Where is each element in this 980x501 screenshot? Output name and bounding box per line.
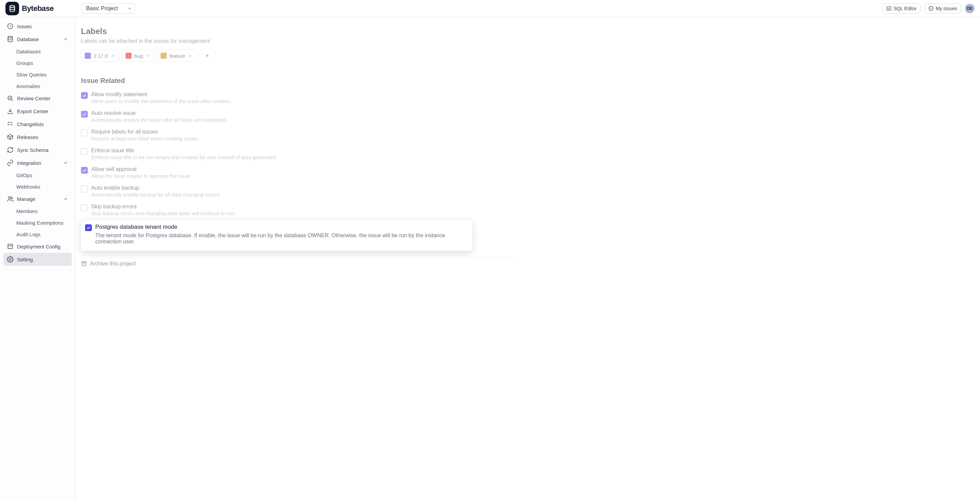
sidebar-item-changelists[interactable]: Changelists	[3, 117, 72, 130]
label-chip[interactable]: 2.17.0	[81, 50, 119, 62]
sidebar-item-label: Integration	[17, 160, 60, 166]
sidebar-item-label: Setting	[17, 257, 68, 262]
add-label-button[interactable]	[199, 50, 215, 62]
users-icon	[7, 195, 14, 202]
sidebar: Issues Database Databases Groups Slow Qu…	[0, 17, 76, 501]
sidebar-item-masking[interactable]: Masking Exemptions	[3, 217, 72, 228]
topbar: Bytebase Basic Project SQL Editor My Iss…	[0, 0, 980, 17]
label-color-dot	[126, 53, 132, 59]
setting-title: Enforce issue title	[91, 147, 277, 154]
sidebar-item-review-center[interactable]: Review Center	[3, 92, 72, 105]
plus-icon	[205, 53, 210, 59]
labels-row: 2.17.0 bug feature	[81, 50, 975, 62]
setting-row-auto-backup: Auto enable backup Automatically enable …	[81, 182, 975, 201]
sidebar-item-label: Manage	[17, 196, 60, 202]
checkbox[interactable]	[81, 204, 88, 211]
sidebar-item-setting[interactable]: Setting	[3, 253, 72, 266]
sidebar-item-database[interactable]: Database	[3, 33, 72, 46]
sidebar-item-audit[interactable]: Audit Logs	[3, 228, 72, 240]
sidebar-item-export-center[interactable]: Export Center	[3, 105, 72, 117]
setting-row-pg-tenant-card: Postgres database tenant mode The tenant…	[81, 220, 472, 251]
chevron-down-icon	[127, 6, 132, 11]
setting-desc: Require at least one label when creating…	[91, 136, 200, 141]
close-icon[interactable]	[146, 53, 150, 58]
divider	[81, 257, 517, 257]
checkbox[interactable]	[81, 130, 88, 136]
sidebar-item-groups[interactable]: Groups	[3, 57, 72, 69]
sidebar-item-label: Sync Schema	[17, 147, 68, 153]
sidebar-item-gitops[interactable]: GitOps	[3, 169, 72, 181]
setting-row-skip-backup: Skip backup errors Skip backup errors an…	[81, 201, 975, 220]
sidebar-item-issues[interactable]: Issues	[3, 20, 72, 33]
label-chip[interactable]: bug	[122, 50, 154, 62]
setting-desc: Enforce issue title to be non-empty and …	[91, 154, 277, 160]
sidebar-item-label: Issues	[17, 24, 68, 29]
sidebar-item-label: Releases	[17, 134, 68, 140]
setting-title: Auto resolve issue	[91, 110, 228, 116]
setting-desc: The tenant mode for Postgres database. I…	[95, 233, 468, 245]
setting-desc: Skip backup errors and changing data tas…	[91, 210, 235, 216]
checkbox[interactable]	[81, 167, 88, 174]
sidebar-item-label: Changelists	[17, 121, 68, 127]
sql-editor-button[interactable]: SQL Editor	[882, 3, 920, 14]
svg-point-0	[10, 5, 14, 8]
sidebar-item-manage[interactable]: Manage	[3, 192, 72, 205]
svg-rect-28	[82, 262, 86, 263]
setting-row-pg-tenant: Postgres database tenant mode	[85, 224, 468, 232]
setting-row-allow-modify: Allow modify statement Allow users to mo…	[81, 89, 975, 108]
svg-point-16	[11, 197, 13, 199]
sidebar-item-slow-queries[interactable]: Slow Queries	[3, 69, 72, 80]
sidebar-item-integration[interactable]: Integration	[3, 156, 72, 169]
sidebar-item-webhooks[interactable]: Webhooks	[3, 181, 72, 192]
download-icon	[7, 108, 14, 114]
sidebar-item-anomalies[interactable]: Anomalies	[3, 80, 72, 92]
circle-dot-icon	[928, 6, 934, 11]
gear-icon	[7, 256, 14, 263]
refresh-icon	[7, 146, 14, 153]
sidebar-item-sync-schema[interactable]: Sync Schema	[3, 143, 72, 156]
setting-title: Skip backup errors	[91, 204, 235, 210]
sidebar-item-members[interactable]: Members	[3, 205, 72, 217]
my-issues-button[interactable]: My Issues	[924, 3, 961, 14]
archive-project-button[interactable]: Archive this project	[81, 261, 975, 267]
brand-logo[interactable]: Bytebase	[0, 2, 76, 15]
box-icon	[7, 243, 14, 250]
svg-rect-17	[8, 244, 12, 249]
brand-name: Bytebase	[22, 4, 54, 13]
database-icon	[7, 36, 14, 43]
setting-desc: Automatically resolve the issue after al…	[91, 117, 228, 123]
close-icon[interactable]	[188, 53, 192, 58]
setting-title: Postgres database tenant mode	[95, 224, 177, 230]
sidebar-item-label: Database	[17, 36, 60, 42]
package-icon	[7, 133, 14, 140]
project-select[interactable]: Basic Project	[82, 3, 135, 14]
label-color-dot	[161, 53, 167, 59]
labels-subtitle: Labels can be attached in the issues for…	[81, 38, 975, 44]
checkbox[interactable]	[81, 111, 88, 117]
checkbox[interactable]	[81, 148, 88, 155]
sidebar-item-databases[interactable]: Databases	[3, 46, 72, 57]
chevron-down-icon	[63, 36, 68, 42]
chevron-down-icon	[63, 160, 68, 165]
sidebar-item-releases[interactable]: Releases	[3, 130, 72, 143]
archive-label: Archive this project	[90, 261, 136, 267]
label-color-dot	[85, 53, 91, 59]
sidebar-item-deployment[interactable]: Deployment Config	[3, 240, 72, 253]
label-chip[interactable]: feature	[157, 50, 197, 62]
search-x-icon	[7, 95, 14, 101]
terminal-icon	[886, 6, 891, 11]
setting-desc: Allow users to modify the statement of t…	[91, 98, 232, 104]
svg-point-7	[8, 36, 12, 38]
checkbox[interactable]	[85, 224, 92, 231]
setting-title: Auto enable backup	[91, 185, 221, 191]
circle-dot-icon	[7, 23, 14, 30]
sidebar-item-label: Export Center	[17, 108, 68, 114]
project-select-value: Basic Project	[86, 5, 118, 11]
setting-row-auto-resolve: Auto resolve issue Automatically resolve…	[81, 108, 975, 126]
checkbox[interactable]	[81, 92, 88, 99]
avatar[interactable]: DE	[965, 4, 975, 13]
checkbox[interactable]	[81, 185, 88, 192]
close-icon[interactable]	[111, 53, 115, 58]
sql-editor-label: SQL Editor	[894, 6, 917, 11]
svg-point-4	[931, 8, 932, 9]
